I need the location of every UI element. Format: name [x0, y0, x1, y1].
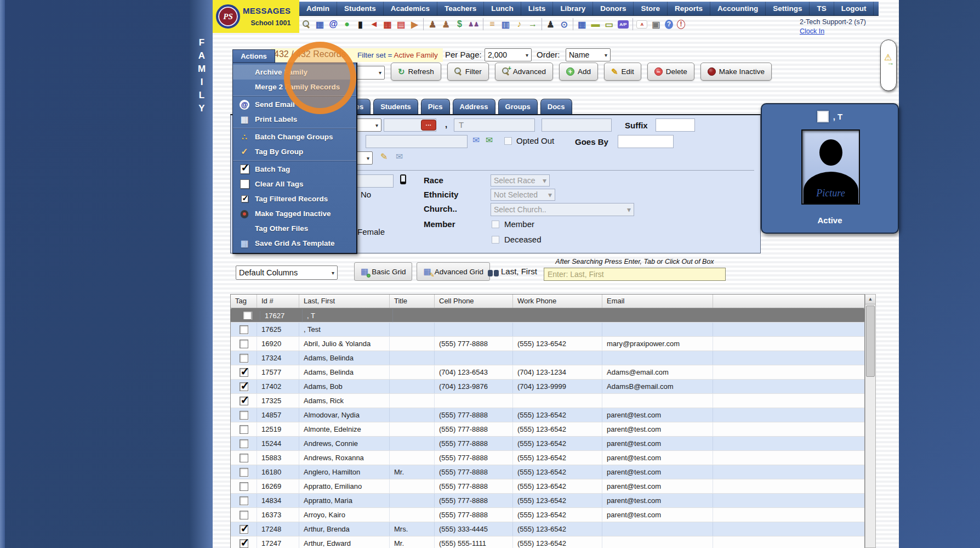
family-group-icon[interactable]: ♟♟	[468, 19, 479, 30]
bell-icon[interactable]: ♪	[514, 19, 524, 30]
nav-item-store[interactable]: Store	[634, 2, 668, 15]
speaker-icon[interactable]: ◄	[369, 19, 379, 30]
search-input[interactable]	[544, 268, 726, 281]
pdf-icon[interactable]: A	[636, 20, 647, 29]
table-row[interactable]: 14857Almodovar, Nydia(555) 777-8888(555)…	[231, 408, 864, 422]
tag-checkbox[interactable]	[240, 354, 248, 363]
help-icon[interactable]: ?	[665, 20, 673, 29]
suffix-field[interactable]	[656, 118, 695, 132]
filter-button[interactable]: Filter	[447, 63, 489, 81]
menu-item-archive-family[interactable]: Archive Family	[233, 65, 356, 80]
race-select[interactable]: Select Race▾	[491, 174, 550, 187]
email-field[interactable]	[366, 135, 468, 148]
ledger-icon[interactable]: ▦	[577, 19, 587, 30]
profile-picture[interactable]: Picture	[801, 129, 860, 205]
email-icon[interactable]: @	[328, 19, 338, 30]
advanced-grid-button[interactable]: ▦✎Advanced Grid	[417, 262, 490, 281]
calendar-date-icon[interactable]: ▤	[396, 19, 406, 30]
profile-tag-checkbox[interactable]	[817, 111, 829, 122]
add-person-icon[interactable]: ♟	[428, 19, 437, 30]
column-header-work-phone[interactable]: Work Phone	[513, 295, 602, 308]
table-row[interactable]: 17577Adams, Belinda(704) 123-6543(704) 1…	[231, 365, 864, 380]
table-row[interactable]: 16269Appratto, Emiliano(555) 777-8888(55…	[231, 479, 864, 494]
column-header-tag[interactable]: Tag	[231, 295, 257, 308]
mobile-phone-icon[interactable]: ▮	[356, 19, 366, 30]
stop-icon[interactable]: !	[677, 20, 685, 29]
column-header-id-[interactable]: Id #	[257, 295, 299, 308]
church-select[interactable]: Select Church..▾	[491, 203, 634, 216]
menu-item-batch-tag[interactable]: ✓Batch Tag	[233, 162, 356, 177]
tag-checkbox[interactable]	[240, 439, 248, 448]
money-icon[interactable]: $	[455, 19, 465, 30]
scrollbar-thumb[interactable]	[866, 306, 875, 377]
menu-item-batch-change-groups[interactable]: ∴Batch Change Groups	[233, 129, 356, 144]
nav-item-admin[interactable]: Admin	[299, 2, 337, 15]
tag-checkbox[interactable]	[240, 468, 248, 477]
advanced-button[interactable]: +Advanced	[495, 63, 553, 81]
table-row[interactable]: 15244Andrews, Connie(555) 777-8888(555) …	[231, 437, 864, 451]
tag-checkbox-checked[interactable]	[240, 368, 248, 377]
menu-item-tag-other-files[interactable]: Tag Other Files	[233, 221, 356, 236]
cash-register-icon[interactable]: ▭	[604, 19, 614, 30]
menu-item-tag-by-group[interactable]: ✓Tag By Group	[233, 144, 356, 159]
nav-item-library[interactable]: Library	[553, 2, 593, 15]
table-row[interactable]: 14834Appratto, Maria(555) 777-8888(555) …	[231, 494, 864, 508]
binder-icon[interactable]: ▥	[501, 19, 511, 30]
app-logo[interactable]: PS MESSAGES School 1001	[213, 0, 299, 33]
tag-checkbox[interactable]	[240, 511, 248, 519]
table-row[interactable]: 17248Arthur, BrendaMrs.(555) 333-4445(55…	[231, 522, 864, 536]
megaphone-icon[interactable]: ▶	[410, 19, 420, 30]
lunch-icon[interactable]: ≡	[487, 19, 497, 30]
middle-name-field[interactable]	[542, 118, 612, 132]
nav-item-lunch[interactable]: Lunch	[484, 2, 521, 15]
calendar-grid-icon[interactable]: ▦	[383, 19, 392, 30]
nav-item-donors[interactable]: Donors	[593, 2, 634, 15]
column-header-cell-phone[interactable]: Cell Phone	[435, 295, 513, 308]
column-header-last-first[interactable]: Last, First	[299, 295, 390, 308]
actions-menu-button[interactable]: Actions	[232, 49, 275, 63]
tab-address[interactable]: Address	[453, 99, 495, 114]
menu-item-print-labels[interactable]: ▦Print Labels	[233, 112, 356, 127]
per-page-select[interactable]: 2,000▾	[485, 48, 532, 61]
order-select[interactable]: Name▾	[566, 48, 611, 61]
ap-icon[interactable]: A/P	[618, 20, 628, 29]
table-row[interactable]: 16920Abril, Julio & Yolanda(555) 777-888…	[231, 337, 864, 351]
table-row[interactable]: 16373Arroyo, Kairo(555) 777-8888(555) 12…	[231, 508, 864, 522]
scroll-up-button[interactable]: ▲	[865, 295, 875, 304]
tag-checkbox[interactable]	[240, 496, 248, 505]
tab-docs[interactable]: Docs	[540, 99, 572, 114]
make-inactive-button[interactable]: Make Inactive	[700, 63, 772, 81]
ethnicity-select[interactable]: Not Selected▾	[491, 189, 555, 201]
table-row[interactable]: 17324Adams, Belinda	[231, 351, 864, 365]
tag-checkbox-checked[interactable]	[240, 382, 248, 391]
goes-by-field[interactable]	[618, 135, 674, 148]
tag-checkbox-checked[interactable]	[240, 397, 248, 405]
tag-checkbox[interactable]	[240, 340, 248, 348]
tab-pics[interactable]: Pics	[421, 99, 450, 114]
credit-card-icon[interactable]: ▬	[591, 19, 601, 30]
tag-checkbox-checked[interactable]	[240, 539, 248, 548]
open-email-icon[interactable]: ✉	[472, 135, 480, 145]
tag-checkbox[interactable]	[240, 454, 248, 462]
tag-checkbox[interactable]	[240, 325, 248, 334]
column-header-title[interactable]: Title	[390, 295, 435, 308]
tag-checkbox[interactable]	[240, 411, 248, 420]
alarm-clock-icon[interactable]: ⊙	[559, 19, 569, 30]
column-header-email[interactable]: Email	[602, 295, 713, 308]
slideout-handle[interactable]: ⚠ →	[880, 39, 897, 91]
table-row[interactable]: 15883Andrews, Roxanna(555) 777-8888(555)…	[231, 451, 864, 465]
send-email-icon[interactable]: ✉	[486, 135, 493, 145]
nav-item-lists[interactable]: Lists	[521, 2, 554, 15]
menu-item-make-tagged-inactive[interactable]: Make Tagged Inactive	[233, 206, 356, 221]
nav-item-settings[interactable]: Settings	[766, 2, 810, 15]
menu-item-send-email[interactable]: @Send Email	[233, 97, 356, 112]
tag-checkbox[interactable]	[243, 311, 252, 320]
tag-checkbox-checked[interactable]	[240, 525, 248, 534]
table-row[interactable]: 17247Arthur, EdwardMr.(555) 555-1111(555…	[231, 536, 864, 548]
menu-item-merge-2-family-records[interactable]: Merge 2 Family Records	[233, 80, 356, 94]
nav-item-reports[interactable]: Reports	[668, 2, 710, 15]
tab-students[interactable]: Students	[373, 99, 418, 114]
menu-item-save-grid-as-template[interactable]: ▦Save Grid As Template	[233, 236, 356, 251]
search-icon[interactable]	[301, 19, 311, 30]
nav-item-academics[interactable]: Academics	[384, 2, 437, 15]
